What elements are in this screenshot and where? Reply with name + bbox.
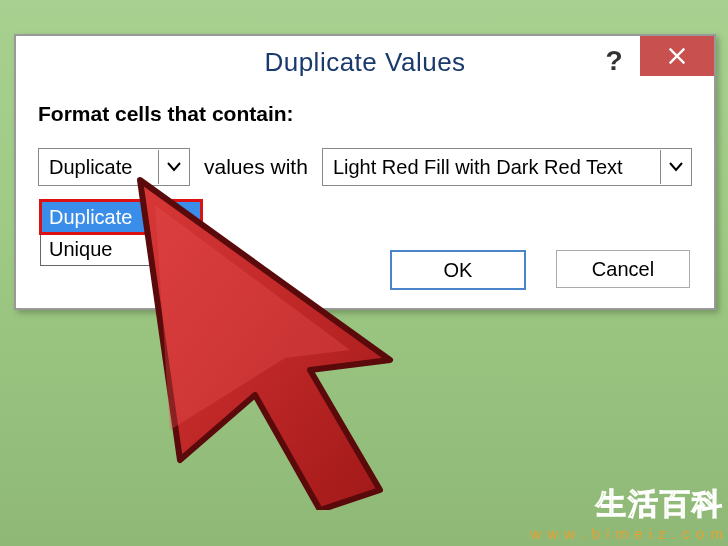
titlebar: Duplicate Values ? — [16, 36, 714, 88]
help-button[interactable]: ? — [594, 42, 634, 80]
type-dropdown-list: Duplicate Unique — [40, 200, 202, 266]
instruction-label: Format cells that contain: — [38, 102, 692, 126]
watermark: 生活百科 w w w . b i m e i z . c o m — [530, 484, 724, 542]
close-button[interactable] — [640, 36, 714, 76]
format-combo-arrow[interactable] — [660, 150, 691, 184]
button-row: OK Cancel — [390, 250, 690, 290]
chevron-down-icon — [669, 162, 683, 172]
duplicate-values-dialog: Duplicate Values ? Format cells that con… — [14, 34, 716, 310]
format-combo-value: Light Red Fill with Dark Red Text — [323, 156, 633, 179]
watermark-cn: 生活百科 — [530, 484, 724, 525]
type-combo[interactable]: Duplicate — [38, 148, 190, 186]
cancel-button[interactable]: Cancel — [556, 250, 690, 288]
format-combo[interactable]: Light Red Fill with Dark Red Text — [322, 148, 692, 186]
chevron-down-icon — [167, 162, 181, 172]
type-combo-value: Duplicate — [39, 156, 142, 179]
ok-button[interactable]: OK — [390, 250, 526, 290]
dialog-body: Format cells that contain: Duplicate val… — [16, 88, 714, 186]
format-row: Duplicate values with Light Red Fill wit… — [38, 148, 692, 186]
dialog-title: Duplicate Values — [264, 47, 465, 78]
dropdown-option-unique[interactable]: Unique — [41, 233, 201, 265]
type-combo-arrow[interactable] — [158, 150, 189, 184]
values-with-label: values with — [204, 155, 308, 179]
watermark-url: w w w . b i m e i z . c o m — [530, 525, 724, 542]
dropdown-option-duplicate[interactable]: Duplicate — [41, 201, 201, 233]
close-icon — [666, 45, 688, 67]
